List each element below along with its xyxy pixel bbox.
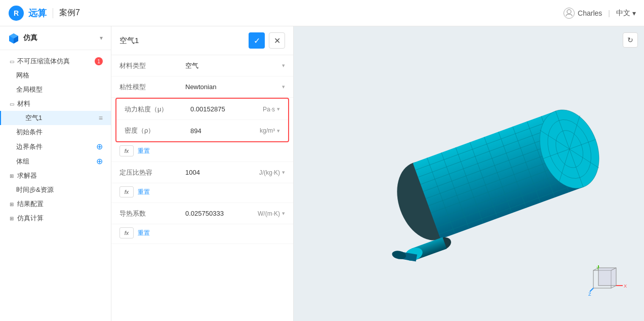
unit-text: J/(kg·K) <box>259 169 280 176</box>
panel-confirm-button[interactable]: ✓ <box>249 32 265 49</box>
field-value[interactable]: 0.025750333 <box>185 210 258 217</box>
field-value[interactable]: 0.00152875 <box>190 105 263 113</box>
sidebar-item-results-config[interactable]: ⊞ 结果配置 <box>0 197 111 211</box>
sidebar-item-label: 仿真计算 <box>17 214 103 223</box>
field-label: 导热系数 <box>119 209 185 218</box>
logo-text: 远算 <box>28 7 47 19</box>
sidebar-item-initial-conditions[interactable]: 初始条件 <box>0 125 111 139</box>
field-label: 动力粘度（μ） <box>125 105 190 114</box>
sidebar-item-label: 时间步&资源 <box>16 185 103 194</box>
y-axis-label: Y <box>596 266 599 271</box>
sidebar-item-label: 求解器 <box>17 171 103 180</box>
sidebar-item-sim-compute[interactable]: ⊞ 仿真计算 <box>0 211 111 225</box>
field-specific-heat: 定压比热容 1004 J/(kg·K) ▾ <box>111 162 293 183</box>
add-boundary-icon[interactable]: ⊕ <box>96 142 103 151</box>
svg-rect-42 <box>598 268 616 286</box>
unit-text: Pa·s <box>263 106 275 113</box>
sidebar-item-global-model[interactable]: 全局模型 <box>0 83 111 97</box>
field-thermal-conductivity: 导热系数 0.025750333 W/(m·K) ▾ <box>111 203 293 224</box>
sidebar-content: ▭ 不可压缩流体仿真 1 网格 全局模型 ▭ 材料 空气1 ≡ <box>0 50 111 321</box>
field-value[interactable]: 1004 <box>185 169 259 176</box>
sidebar-item-mesh[interactable]: 网格 <box>0 68 111 83</box>
field-value: Newtonian <box>185 83 282 91</box>
sidebar-item-volume-group[interactable]: 体组 ⊕ <box>0 154 111 169</box>
expand-icon: ⊞ <box>8 215 15 222</box>
sidebar-item-time-resources[interactable]: 时间步&资源 <box>0 183 111 197</box>
sidebar-arrow-icon[interactable]: ▾ <box>100 34 103 42</box>
model-svg <box>355 76 639 269</box>
field-label: 密度（ρ） <box>125 126 190 135</box>
reset-link-1[interactable]: 重置 <box>138 147 150 155</box>
unit-text: kg/m³ <box>260 127 275 134</box>
highlighted-fields-section: 动力粘度（μ） 0.00152875 Pa·s ▾ 密度（ρ） 894 kg/m… <box>115 98 289 142</box>
viewport[interactable]: ↻ X Y Z <box>294 26 644 321</box>
sidebar-item-boundary-conditions[interactable]: 边界条件 ⊕ <box>0 139 111 154</box>
reset-link-3[interactable]: 重置 <box>138 229 150 237</box>
refresh-button[interactable]: ↻ <box>623 32 638 48</box>
reset-link-2[interactable]: 重置 <box>138 188 150 196</box>
sidebar-item-label: 体组 <box>16 157 96 166</box>
sidebar-item-label: 结果配置 <box>17 199 103 209</box>
sidebar-item-label: 不可压缩流体仿真 <box>17 57 95 66</box>
user-name: Charles <box>578 9 602 17</box>
dropdown-chevron-icon[interactable]: ▾ <box>282 210 285 217</box>
field-material-type: 材料类型 空气 ▾ <box>111 55 293 76</box>
svg-line-45 <box>611 286 616 288</box>
3d-model <box>355 76 639 271</box>
dropdown-chevron-icon[interactable]: ▾ <box>282 62 285 69</box>
item-menu-icon[interactable]: ≡ <box>99 114 103 122</box>
fx-button-3[interactable]: fx <box>119 227 134 238</box>
fx-button-1[interactable]: fx <box>119 145 134 156</box>
lang-selector[interactable]: 中文 ▾ <box>616 9 636 18</box>
item-badge: 1 <box>95 57 103 65</box>
field-value: 空气 <box>185 61 282 70</box>
x-axis-label: X <box>624 284 627 289</box>
panel-header: ✓ ✕ <box>111 26 293 55</box>
axes-svg: X Y Z <box>588 265 629 306</box>
panel: ✓ ✕ 材料类型 空气 ▾ 粘性模型 Newtonian ▾ <box>111 26 294 321</box>
expand-icon: ▭ <box>8 58 15 65</box>
lang-label: 中文 <box>616 9 630 18</box>
viewport-controls: ↻ <box>623 32 638 48</box>
simulation-icon <box>8 32 19 44</box>
dropdown-chevron-icon[interactable]: ▾ <box>277 106 280 112</box>
header-right: Charles | 中文 ▾ <box>564 8 636 19</box>
field-unit: ▾ <box>282 62 285 69</box>
fx-button-2[interactable]: fx <box>119 186 134 197</box>
sidebar: 仿真 ▾ ▭ 不可压缩流体仿真 1 网格 全局模型 ▭ 材料 <box>0 26 111 321</box>
add-volume-icon[interactable]: ⊕ <box>96 156 103 166</box>
sidebar-item-materials[interactable]: ▭ 材料 <box>0 97 111 111</box>
panel-body: 材料类型 空气 ▾ 粘性模型 Newtonian ▾ 动力粘度（μ） 0.0 <box>111 55 293 321</box>
field-unit: W/(m·K) ▾ <box>258 210 285 217</box>
sidebar-header: 仿真 ▾ <box>0 26 111 50</box>
sidebar-item-solver[interactable]: ⊞ 求解器 <box>0 169 111 183</box>
logo: R 远算 <box>8 5 47 21</box>
field-value[interactable]: 894 <box>190 127 260 135</box>
sidebar-item-label: 网格 <box>16 71 103 80</box>
sidebar-title: 仿真 <box>23 33 96 43</box>
sidebar-item-label: 边界条件 <box>16 142 96 151</box>
fx-row-2: fx 重置 <box>111 183 293 203</box>
panel-cancel-button[interactable]: ✕ <box>269 32 285 49</box>
sidebar-item-air1[interactable]: 空气1 ≡ <box>0 111 111 125</box>
user-info[interactable]: Charles <box>564 8 602 19</box>
user-avatar-icon <box>564 8 575 19</box>
svg-line-48 <box>590 288 593 292</box>
sidebar-item-label: 全局模型 <box>16 85 103 94</box>
dropdown-chevron-icon[interactable]: ▾ <box>282 84 285 90</box>
field-density: 密度（ρ） 894 kg/m³ ▾ <box>116 120 288 141</box>
sidebar-item-incompressible[interactable]: ▭ 不可压缩流体仿真 1 <box>0 54 111 68</box>
logo-icon: R <box>8 5 24 21</box>
panel-title-input[interactable] <box>119 36 245 45</box>
z-axis-label: Z <box>588 292 591 297</box>
header-divider <box>53 8 53 18</box>
dropdown-chevron-icon[interactable]: ▾ <box>277 128 280 134</box>
expand-icon: ▭ <box>8 100 15 107</box>
dropdown-chevron-icon[interactable]: ▾ <box>282 169 285 176</box>
field-unit: ▾ <box>282 84 285 90</box>
axes-widget: X Y Z <box>588 265 629 306</box>
fx-row-1: fx 重置 <box>111 142 293 162</box>
field-label: 粘性模型 <box>119 83 185 92</box>
unit-text: W/(m·K) <box>258 210 280 217</box>
sidebar-item-label: 初始条件 <box>16 128 103 137</box>
